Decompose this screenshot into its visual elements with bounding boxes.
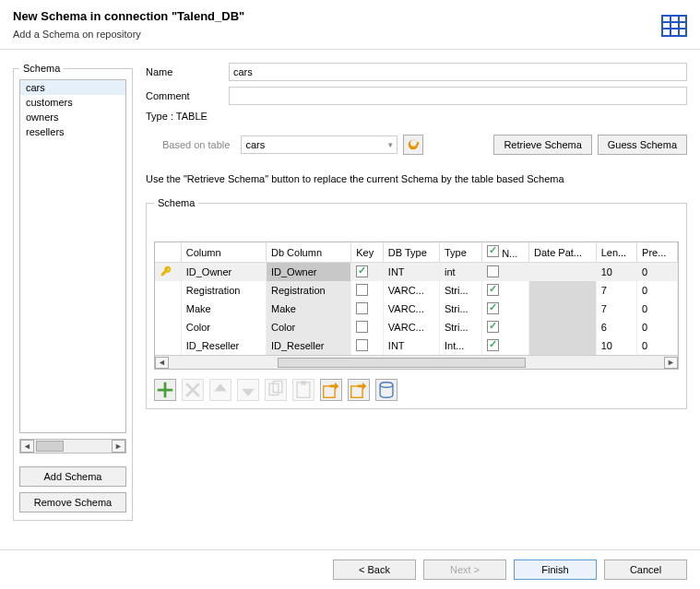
remove-column-button[interactable] [182,379,204,401]
back-button[interactable]: < Back [333,560,416,580]
scroll-thumb[interactable] [36,441,64,452]
col-header-dbtype[interactable]: DB Type [383,242,439,263]
cell-len[interactable]: 10 [596,263,636,282]
table-row[interactable]: ColorColorVARC...Stri...60 [155,318,678,336]
scroll-right-icon[interactable]: ► [664,357,678,369]
cell-len[interactable]: 7 [596,281,636,300]
cell-pre[interactable]: 0 [637,281,678,300]
schema-list-hscroll[interactable]: ◄ ► [19,439,126,454]
n-checkbox[interactable] [487,339,499,351]
cell-column[interactable]: Registration [181,281,266,300]
scroll-left-icon[interactable]: ◄ [155,357,169,369]
retrieve-schema-button[interactable]: Retrieve Schema [493,135,591,155]
cell-db[interactable]: ID_Owner [267,263,351,282]
cell-db[interactable]: ID_Reseller [267,336,351,355]
cell-n[interactable] [482,281,529,300]
refresh-button[interactable] [403,135,423,155]
col-header-n[interactable]: N... [482,242,529,263]
n-checkbox[interactable] [487,321,499,333]
finish-button[interactable]: Finish [514,560,597,580]
remove-schema-button[interactable]: Remove Schema [19,492,126,512]
paste-button[interactable] [292,379,314,401]
cell-len[interactable]: 6 [596,318,636,336]
move-down-button[interactable] [237,379,259,401]
cell-type[interactable]: Stri... [439,281,481,300]
cell-db[interactable]: Registration [267,281,351,300]
cell-key[interactable] [351,281,384,300]
move-up-button[interactable] [209,379,231,401]
cell-column[interactable]: ID_Owner [181,263,266,282]
cell-dbtype[interactable]: INT [383,336,439,355]
col-header-type[interactable]: Type [439,242,481,263]
cell-type[interactable]: Stri... [439,300,481,318]
table-hscroll[interactable]: ◄ ► [155,355,678,369]
key-checkbox[interactable] [356,265,368,277]
export-button[interactable] [348,379,370,401]
table-row[interactable]: ID_ResellerID_ResellerINTInt...100 [155,336,678,355]
cell-len[interactable]: 7 [596,300,636,318]
cell-n[interactable] [482,336,529,355]
copy-button[interactable] [265,379,287,401]
key-checkbox[interactable] [356,321,368,333]
import-button[interactable] [320,379,342,401]
cell-key[interactable] [351,300,384,318]
based-on-combo[interactable]: cars [241,135,397,154]
cell-pre[interactable]: 0 [637,263,678,282]
col-header-db[interactable]: Db Column [267,242,351,263]
cell-pre[interactable]: 0 [637,336,678,355]
col-header-pre[interactable]: Pre... [637,242,678,263]
cell-len[interactable]: 10 [596,336,636,355]
cell-type[interactable]: Int... [439,336,481,355]
cell-column[interactable]: ID_Reseller [181,336,266,355]
cell-date[interactable] [529,318,597,336]
cell-type[interactable]: int [439,263,481,282]
n-checkbox[interactable] [487,265,499,277]
cell-db[interactable]: Make [267,300,351,318]
guess-schema-button[interactable]: Guess Schema [598,135,687,155]
schema-list-item-customers[interactable]: customers [20,95,125,110]
col-header-column[interactable]: Column [181,242,266,263]
col-header-date[interactable]: Date Pat... [529,242,597,263]
cell-column[interactable]: Color [181,318,266,336]
add-column-button[interactable] [154,379,176,401]
add-schema-button[interactable]: Add Schema [19,466,126,487]
cell-date[interactable] [529,300,597,318]
schema-list[interactable]: cars customers owners resellers [19,79,126,433]
cell-key[interactable] [351,318,384,336]
schema-list-item-resellers[interactable]: resellers [20,124,125,139]
table-row[interactable]: MakeMakeVARC...Stri...70 [155,300,678,318]
table-row[interactable]: ID_OwnerID_OwnerINTint100 [155,263,678,282]
n-header-checkbox[interactable] [487,245,499,257]
cell-dbtype[interactable]: VARC... [383,318,439,336]
key-checkbox[interactable] [356,284,368,296]
col-header-key[interactable]: Key [351,242,384,263]
cell-dbtype[interactable]: INT [383,263,439,282]
cell-date[interactable] [529,336,597,355]
schema-list-item-owners[interactable]: owners [20,110,125,124]
table-row[interactable]: RegistrationRegistrationVARC...Stri...70 [155,281,678,300]
scroll-right-icon[interactable]: ► [112,440,125,453]
cancel-button[interactable]: Cancel [604,560,687,580]
n-checkbox[interactable] [487,302,499,314]
cell-pre[interactable]: 0 [637,300,678,318]
cell-n[interactable] [482,300,529,318]
cell-type[interactable]: Stri... [439,318,481,336]
comment-input[interactable] [229,87,687,105]
reset-button[interactable] [375,379,397,401]
cell-n[interactable] [482,263,529,282]
cell-dbtype[interactable]: VARC... [383,281,439,300]
key-checkbox[interactable] [356,302,368,314]
cell-dbtype[interactable]: VARC... [383,300,439,318]
cell-db[interactable]: Color [267,318,351,336]
name-input[interactable] [229,63,687,81]
cell-date[interactable] [529,281,597,300]
scroll-thumb[interactable] [278,358,526,368]
cell-key[interactable] [351,336,384,355]
cell-key[interactable] [351,263,384,282]
schema-list-item-cars[interactable]: cars [20,80,125,95]
cell-date[interactable] [529,263,597,282]
cell-column[interactable]: Make [181,300,266,318]
schema-table[interactable]: Column Db Column Key DB Type Type N... D… [154,241,679,370]
cell-n[interactable] [482,318,529,336]
col-header-len[interactable]: Len... [596,242,636,263]
